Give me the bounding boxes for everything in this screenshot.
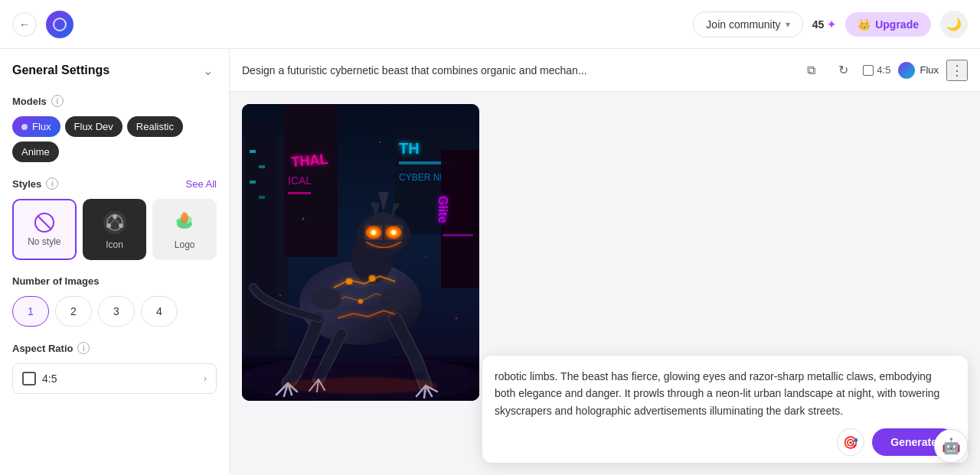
beast-illustration: THAL ICAL TH CYBER NET Glite [242, 104, 479, 401]
number-chip-4[interactable]: 4 [141, 296, 178, 327]
svg-point-56 [279, 294, 281, 296]
style-logo-label: Logo [175, 239, 195, 250]
chevron-down-icon: ▾ [786, 19, 790, 30]
see-all-link[interactable]: See All [186, 178, 217, 190]
svg-point-49 [369, 275, 375, 281]
svg-point-4 [113, 214, 117, 219]
model-chip-fluxdev[interactable]: Flux Dev [65, 116, 122, 137]
generate-label: Generate [890, 436, 937, 448]
styles-header: Styles i See All [12, 177, 217, 190]
style-card-logo[interactable]: Logo [152, 199, 217, 260]
prompt-overlay-text: robotic limbs. The beast has fierce, glo… [495, 368, 956, 419]
svg-point-50 [358, 299, 363, 304]
prompt-display: Design a futuristic cybernetic beast tha… [242, 64, 791, 76]
svg-point-58 [379, 142, 381, 143]
more-icon: ⋮ [950, 62, 964, 79]
sidebar-header: General Settings ⌄ [12, 61, 217, 80]
svg-point-54 [302, 218, 305, 220]
aspect-badge-value: 4:5 [877, 64, 890, 76]
aspect-ratio-selector[interactable]: 4:5 › [12, 363, 217, 394]
svg-point-55 [425, 256, 426, 258]
svg-rect-31 [443, 234, 473, 236]
logo-style-icon [171, 209, 198, 236]
flux-dot [21, 124, 28, 130]
icon-style-icon [101, 209, 129, 236]
styles-grid: No style Icon [12, 199, 217, 260]
model-chip-realistic[interactable]: Realistic [127, 116, 183, 137]
join-community-label: Join community [706, 18, 780, 31]
model-chip-anime[interactable]: Anime [12, 142, 59, 162]
back-icon: ← [19, 18, 30, 31]
svg-point-51 [311, 288, 341, 310]
number-row: 1 2 3 4 [12, 296, 217, 327]
aspect-ratio-label: Aspect Ratio i [12, 342, 217, 354]
models-section-label: Models i [12, 95, 217, 107]
upgrade-label: Upgrade [875, 18, 919, 31]
model-badge-name: Flux [920, 64, 939, 76]
credits-value: 45 [812, 18, 825, 31]
model-flux-label: Flux [32, 121, 51, 132]
svg-point-57 [456, 317, 458, 320]
join-community-button[interactable]: Join community ▾ [693, 11, 802, 37]
style-nostyle-label: No style [28, 236, 60, 247]
svg-rect-24 [288, 192, 311, 194]
dark-mode-button[interactable]: 🌙 [940, 11, 968, 38]
credits-display[interactable]: 45 ✦ [812, 18, 837, 31]
back-button[interactable]: ← [12, 12, 37, 37]
styles-info-icon[interactable]: i [46, 177, 58, 190]
svg-text:ICAL: ICAL [288, 174, 312, 187]
number-chip-3[interactable]: 3 [98, 296, 135, 327]
header-right: ⧉ ↻ 4:5 Flux ⋮ [799, 58, 968, 83]
style-icon-label: Icon [106, 239, 123, 250]
copy-icon: ⧉ [807, 63, 815, 77]
svg-point-60 [395, 371, 426, 380]
svg-line-1 [38, 216, 51, 229]
chatbot-icon: 🤖 [942, 437, 961, 455]
more-options-button[interactable]: ⋮ [946, 60, 968, 81]
svg-point-53 [284, 378, 437, 393]
upgrade-button[interactable]: 👑 Upgrade [845, 12, 931, 37]
svg-point-13 [181, 212, 188, 221]
model-chip-flux[interactable]: Flux [12, 116, 60, 137]
svg-rect-18 [259, 165, 265, 168]
svg-rect-19 [250, 181, 256, 184]
styles-section-label: Styles i [12, 177, 58, 190]
aspect-ratio-title: Aspect Ratio [12, 343, 73, 354]
model-fluxdev-label: Flux Dev [74, 121, 113, 132]
style-card-icon[interactable]: Icon [83, 199, 147, 260]
number-chip-1[interactable]: 1 [12, 296, 49, 327]
attachment-button[interactable]: 🎯 [837, 428, 864, 456]
aspect-chevron-icon: › [204, 373, 207, 384]
number-label: Number of Images [12, 275, 217, 287]
nav-left: ← [12, 11, 74, 38]
style-card-nostyle[interactable]: No style [12, 199, 77, 260]
prompt-overlay-actions: 🎯 Generate [495, 428, 956, 456]
attachment-icon: 🎯 [843, 435, 858, 450]
svg-point-52 [380, 288, 410, 310]
sidebar-title: General Settings [12, 63, 109, 77]
generated-image: THAL ICAL TH CYBER NET Glite [242, 104, 479, 401]
models-row: Flux Flux Dev Realistic Anime [12, 116, 217, 162]
svg-point-46 [371, 230, 376, 235]
sidebar-collapse-button[interactable]: ⌄ [198, 61, 217, 80]
svg-text:TH: TH [399, 140, 420, 157]
models-info-icon[interactable]: i [51, 95, 64, 107]
styles-label: Styles [12, 178, 41, 190]
aspect-ratio-section: Aspect Ratio i 4:5 › [12, 342, 217, 394]
svg-point-48 [346, 278, 352, 285]
no-style-icon [34, 212, 55, 233]
aspect-ratio-info-icon[interactable]: i [77, 342, 90, 354]
right-panel: Design a futuristic cybernetic beast tha… [230, 49, 980, 475]
aspect-badge: 4:5 [863, 64, 890, 76]
main-content: General Settings ⌄ Models i Flux Flux De… [0, 49, 980, 475]
refresh-button[interactable]: ↻ [831, 58, 855, 83]
number-section-title: Number of Images [12, 275, 99, 287]
svg-text:THAL: THAL [291, 151, 329, 170]
svg-rect-17 [250, 150, 256, 153]
moon-icon: 🌙 [946, 17, 962, 31]
chatbot-button[interactable]: 🤖 [934, 429, 968, 463]
copy-button[interactable]: ⧉ [799, 58, 823, 83]
number-chip-2[interactable]: 2 [55, 296, 92, 327]
model-badge: Flux [898, 62, 939, 79]
model-anime-label: Anime [21, 146, 50, 158]
